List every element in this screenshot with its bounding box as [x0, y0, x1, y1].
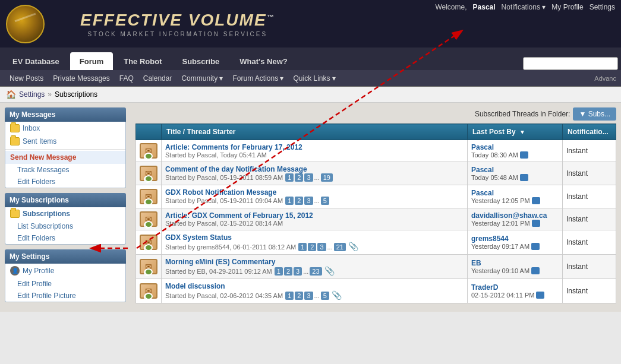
page-link[interactable]: 19 — [321, 173, 333, 182]
go-to-post-icon[interactable] — [520, 151, 528, 159]
subnav-private-messages[interactable]: Private Messages — [48, 70, 114, 87]
page-link[interactable]: 3 — [304, 292, 313, 300]
advanced-label: Advanc — [594, 75, 616, 82]
edit-profile-picture-link[interactable]: Edit Profile Picture — [5, 290, 125, 302]
last-post-time: 02-15-2012 04:11 PM — [471, 292, 559, 299]
last-post-cell: grems8544 Yesterday 09:17 AM — [468, 230, 563, 255]
table-row: ✉ Morning eMini (ES) Commentary Started … — [136, 255, 616, 279]
message-icon: ✉ — [140, 189, 157, 204]
thread-title-cell: Model discussion Started by Pascal, 02-0… — [162, 279, 468, 303]
page-link[interactable]: 1 — [285, 197, 294, 205]
track-messages-link[interactable]: Track Messages — [5, 164, 125, 176]
last-post-cell: davidallison@shaw.ca Yesterday 12:01 PM — [468, 208, 563, 230]
page-link[interactable]: 5 — [321, 197, 329, 205]
attachment-icon: 📎 — [348, 242, 358, 251]
my-settings-body: 👤 My Profile Edit Profile Edit Profile P… — [5, 264, 126, 302]
page-link[interactable]: 2 — [295, 292, 303, 300]
myprofile-link[interactable]: My Profile — [551, 3, 583, 11]
go-to-post-icon[interactable] — [531, 267, 540, 274]
last-post-time: Yesterday 12:05 PM — [471, 197, 559, 204]
page-dots: ... — [314, 197, 320, 204]
last-post-user: EB — [471, 259, 559, 267]
last-post-user: Pascal — [471, 189, 559, 197]
thread-meta: Started by Pascal, 05-19-2011 08:59 AM12… — [165, 173, 464, 182]
inbox-link[interactable]: Inbox — [23, 124, 40, 132]
go-to-post-icon[interactable] — [532, 197, 540, 204]
notification-cell: Instant — [563, 162, 616, 185]
sent-items-link[interactable]: Sent Items — [23, 137, 56, 145]
go-to-post-icon[interactable] — [520, 174, 528, 181]
page-link[interactable]: 3 — [317, 243, 326, 251]
tab-forum[interactable]: Forum — [70, 52, 113, 70]
page-link[interactable]: 2 — [284, 267, 292, 276]
tab-the-robot[interactable]: The Robot — [114, 52, 171, 70]
my-profile-link[interactable]: My Profile — [23, 267, 54, 275]
page-link[interactable]: 3 — [304, 173, 313, 182]
thread-title-link[interactable]: Comment of the day Notification Message — [165, 165, 307, 173]
thread-title-link[interactable]: GDX System Status — [165, 233, 232, 242]
page-link[interactable]: 23 — [310, 267, 321, 276]
subnav-faq[interactable]: FAQ — [115, 70, 138, 87]
breadcrumb-settings[interactable]: Settings — [19, 90, 45, 99]
go-to-post-icon[interactable] — [536, 292, 544, 299]
header: Effective Volume™ STOCK MARKET INFORMATI… — [0, 0, 621, 48]
page-link[interactable]: 3 — [304, 197, 313, 205]
logo-image — [6, 5, 45, 43]
thread-title-link[interactable]: GDX Robot Notification Message — [165, 188, 276, 197]
last-post-cell: Pascal Today 05:48 AM — [468, 162, 563, 185]
page-link[interactable]: 1 — [298, 243, 307, 251]
subscriptions-link[interactable]: Subscriptions — [23, 210, 70, 218]
page-link[interactable]: 2 — [295, 197, 303, 205]
page-links: 123...19 — [285, 173, 333, 182]
list-subscriptions-link[interactable]: List Subscriptions — [5, 220, 125, 232]
edit-profile-link[interactable]: Edit Profile — [5, 278, 125, 290]
go-to-post-icon[interactable] — [532, 220, 540, 227]
page-link[interactable]: 1 — [275, 267, 283, 276]
subnav-quick-links[interactable]: Quick Links ▾ — [289, 70, 341, 87]
send-new-message-link[interactable]: Send New Message — [5, 151, 125, 164]
subnav-forum-actions[interactable]: Forum Actions ▾ — [228, 70, 288, 87]
thread-title-link[interactable]: Model discussion — [165, 282, 225, 290]
thread-title-link[interactable]: Article: GDX Comment of February 15, 201… — [165, 211, 313, 220]
welcome-text: Welcome, — [435, 3, 466, 11]
edit-folders-link-1[interactable]: Edit Folders — [5, 176, 125, 188]
search-input[interactable] — [523, 57, 618, 70]
table-row: ✉ Model discussion Started by Pascal, 02… — [136, 279, 616, 303]
thread-title-link[interactable]: Morning eMini (ES) Commentary — [165, 258, 275, 266]
sidebar-my-settings: My Settings 👤 My Profile Edit Profile Ed… — [5, 249, 126, 302]
notification-cell: Instant — [563, 255, 616, 279]
page-link[interactable]: 5 — [321, 292, 329, 300]
tab-whats-new[interactable]: What's New? — [230, 52, 297, 70]
notifications-link[interactable]: Notifications ▾ — [502, 3, 546, 11]
page-dots: ... — [327, 243, 333, 251]
logo-text: Effective Volume™ STOCK MARKET INFORMATI… — [80, 11, 275, 37]
page-link[interactable]: 21 — [334, 243, 346, 251]
subnav-calendar[interactable]: Calendar — [138, 70, 177, 87]
last-post-time: Yesterday 09:17 AM — [471, 243, 559, 250]
page-link[interactable]: 2 — [308, 243, 316, 251]
th-notification: Notificatio... — [563, 124, 616, 140]
go-to-post-icon[interactable] — [531, 243, 540, 250]
search-box — [523, 57, 618, 70]
thread-icon-cell: ✉ — [136, 255, 162, 279]
page-link[interactable]: 1 — [285, 292, 294, 300]
subnav-community[interactable]: Community ▾ — [176, 70, 228, 87]
logo-container: Effective Volume™ STOCK MARKET INFORMATI… — [80, 11, 275, 37]
tab-subscribe[interactable]: Subscribe — [172, 52, 229, 70]
page-link[interactable]: 1 — [285, 173, 294, 182]
username-display: Pascal — [473, 3, 496, 11]
attachment-icon: 📎 — [332, 290, 342, 300]
thread-title-link[interactable]: Article: Comments for February 17, 2012 — [165, 143, 302, 151]
sub-nav: New Posts Private Messages FAQ Calendar … — [0, 70, 621, 87]
main-nav: EV Database Forum The Robot Subscribe Wh… — [0, 48, 621, 70]
page-link[interactable]: 3 — [294, 267, 302, 276]
th-icon — [136, 124, 162, 140]
last-post-cell: Pascal Today 08:30 AM — [468, 140, 563, 162]
sidebar-inbox: Inbox — [5, 122, 125, 135]
tab-ev-database[interactable]: EV Database — [3, 52, 69, 70]
subnav-new-posts[interactable]: New Posts — [5, 70, 48, 87]
subscriptions-dropdown-btn[interactable]: ▼ Subs... — [573, 107, 616, 121]
edit-folders-link-2[interactable]: Edit Folders — [5, 232, 125, 244]
settings-link[interactable]: Settings — [590, 3, 615, 11]
page-link[interactable]: 2 — [295, 173, 303, 182]
